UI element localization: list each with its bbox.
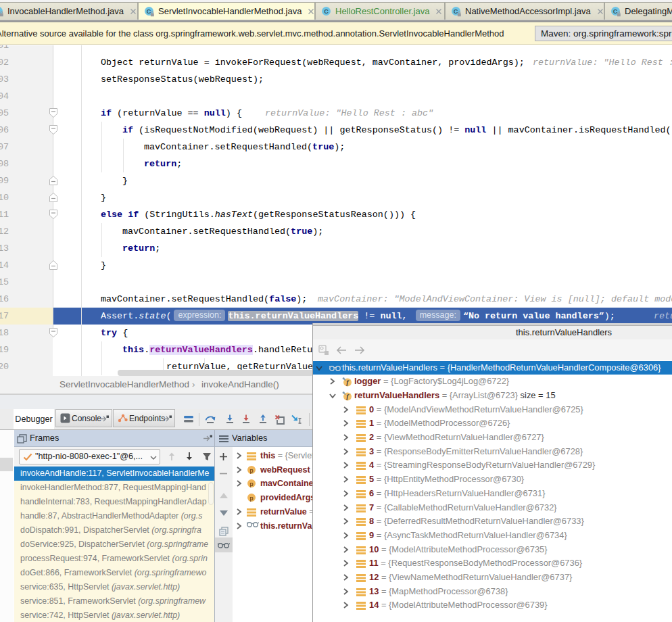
back-icon[interactable] [336, 346, 347, 354]
popup-tree-row[interactable]: 1 = {ModelMethodProcessor@6726} [313, 416, 672, 431]
variable-name: webRequest [260, 465, 310, 475]
force-step-into-icon[interactable] [241, 414, 251, 425]
close-icon[interactable] [129, 7, 137, 16]
stack-frame-row[interactable]: service:851, FrameworkServlet (org.sprin… [14, 594, 214, 608]
watch-icon [329, 365, 341, 371]
stack-frame-row[interactable]: invokeAndHandle:117, ServletInvocableHan… [14, 466, 214, 481]
chevron-right-icon[interactable] [343, 434, 349, 441]
prev-frame-icon[interactable] [167, 452, 176, 461]
stack-frame-row[interactable]: doDispatch:991, DispatcherServlet (org.s… [14, 523, 214, 537]
chevron-right-icon[interactable] [343, 448, 349, 455]
close-icon[interactable] [596, 7, 604, 16]
layout-settings-icon[interactable] [183, 414, 194, 424]
popup-tree-row[interactable]: 5 = {HttpEntityMethodProcessor@6730} [313, 473, 672, 487]
run-to-cursor-icon[interactable] [291, 414, 302, 425]
popup-tree-row[interactable]: 3 = {ResponseBodyEmitterReturnValueHandl… [313, 445, 672, 459]
frames-scrollbar[interactable] [208, 482, 214, 505]
remove-watch-icon[interactable] [219, 469, 228, 478]
chevron-right-icon[interactable] [343, 490, 349, 497]
breadcrumb-class[interactable]: ServletInvocableHandlerMethod [59, 379, 189, 389]
stack-frame-row[interactable]: doService:925, DispatcherServlet (org.sp… [14, 537, 214, 552]
stack-frame-row[interactable]: handleInternal:783, RequestMappingHandle… [14, 495, 214, 509]
debug-tab-endpoints[interactable]: Endpoints [113, 409, 175, 427]
popup-title-bar[interactable]: this.returnValueHandlers [313, 326, 672, 339]
hide-frames-filter-icon[interactable] [202, 452, 212, 461]
chevron-right-icon[interactable] [343, 602, 349, 608]
variable-value: {Servlet [285, 451, 314, 460]
popup-tree-row[interactable]: 13 = {MapMethodProcessor@6738} [313, 585, 672, 599]
popup-tree-row[interactable]: 7 = {CallableMethodReturnValueHandler@67… [313, 501, 672, 515]
chevron-right-icon[interactable] [343, 504, 349, 511]
popup-tree-row[interactable]: 14 = {ModelAttributeMethodProcessor@6739… [313, 598, 672, 613]
chevron-right-icon[interactable] [329, 378, 335, 385]
thread-selector[interactable]: "http-nio-8080-exec-1"@6,... [19, 449, 160, 464]
chevron-right-icon[interactable] [343, 588, 349, 595]
popup-tree[interactable]: this.returnValueHandlers = {HandlerMetho… [313, 360, 672, 622]
chevron-down-icon[interactable] [316, 365, 322, 371]
stack-frame-row[interactable]: service:635, HttpServlet (javax.servlet.… [14, 580, 214, 594]
chevron-right-icon[interactable] [343, 518, 349, 525]
source-selector-combo[interactable]: Maven: org.springframework:spri [535, 26, 672, 41]
step-over-icon[interactable] [205, 414, 216, 425]
svg-text:p: p [249, 481, 253, 487]
debug-tab-debugger[interactable]: Debugger [14, 409, 54, 429]
float-window-icon[interactable] [99, 415, 109, 423]
watch-value: {ModelAttributeMethodProcessor@6739} [389, 600, 548, 610]
stack-frame-row[interactable]: invokeHandlerMethod:877, RequestMappingH… [14, 481, 214, 495]
popup-tree-row[interactable]: 6 = {HttpHeadersReturnValueHandler@6731} [313, 487, 672, 501]
popup-tree-row[interactable]: 10 = {ModelAttributeMethodProcessor@6735… [313, 543, 672, 557]
equals: = [374, 516, 384, 526]
popup-tree-row[interactable]: this.returnValueHandlers = {HandlerMetho… [313, 361, 672, 375]
popup-tree-row[interactable]: freturnValueHandlers = {ArrayList@6723} … [313, 389, 672, 403]
show-watches-icon[interactable] [218, 542, 230, 548]
source-selector-value: Maven: org.springframework:spri [541, 28, 672, 39]
add-watch-icon[interactable] [219, 452, 228, 461]
popup-tree-row[interactable]: 11 = {RequestResponseBodyMethodProcessor… [313, 556, 672, 571]
popup-tree-row[interactable]: 2 = {ViewMethodReturnValueHandler@6727} [313, 431, 672, 445]
chevron-right-icon[interactable] [343, 546, 349, 553]
watch-value: {MapMethodProcessor@6738} [389, 586, 508, 596]
step-into-icon[interactable] [224, 414, 235, 425]
editor-tab-HelloRestController-java[interactable]: CHelloRestController.java [315, 2, 445, 20]
chevron-right-icon[interactable] [343, 420, 349, 427]
popup-tree-row[interactable]: 8 = {DeferredResultMethodReturnValueHand… [313, 515, 672, 529]
close-icon[interactable] [307, 7, 315, 16]
toolwindow-stripe-button[interactable] [0, 458, 13, 471]
stack-frame-row[interactable]: handle:87, AbstractHandlerMethodAdapter … [14, 509, 214, 523]
popup-tree-row[interactable]: 4 = {StreamingResponseBodyReturnValueHan… [313, 458, 672, 473]
chevron-right-icon[interactable] [343, 532, 349, 539]
horizontal-scrollbar[interactable] [118, 370, 314, 376]
move-down-icon[interactable] [220, 510, 228, 516]
chevron-right-icon[interactable] [343, 560, 349, 567]
float-window-icon[interactable] [162, 415, 172, 423]
copy-icon[interactable] [219, 527, 229, 536]
stack-frame-row[interactable]: doGet:866, FrameworkServlet (org.springf… [14, 566, 214, 580]
editor-tab-InvocableHandlerMethod-java[interactable]: CInvocableHandlerMethod.java [0, 2, 138, 20]
breadcrumb-method[interactable]: invokeAndHandle() [201, 379, 279, 389]
stack-frame-row[interactable]: processRequest:974, FrameworkServlet (or… [14, 552, 214, 566]
chevron-right-icon[interactable] [343, 406, 349, 413]
popup-tree-row[interactable]: 0 = {ModelAndViewMethodReturnValueHandle… [313, 403, 672, 417]
editor-tab-NativeMethodAccessorImpl-java[interactable]: CNativeMethodAccessorImpl.java [445, 2, 604, 20]
debug-tab-console[interactable]: Console [55, 409, 112, 427]
close-icon[interactable] [435, 7, 443, 16]
chevron-right-icon[interactable] [343, 574, 349, 581]
next-frame-icon[interactable] [185, 452, 194, 461]
watch-value: {ModelMethodProcessor@6726} [384, 418, 510, 428]
step-out-icon[interactable] [258, 414, 268, 425]
editor-tab-ServletInvocableHandlerMethod-java[interactable]: CServletInvocableHandlerMethod.java [138, 2, 315, 20]
popup-tree-row[interactable]: 12 = {ViewNameMethodReturnValueHandler@6… [313, 571, 672, 585]
forward-icon[interactable] [354, 346, 365, 354]
drop-frame-icon[interactable] [274, 414, 285, 425]
chevron-right-icon[interactable] [343, 462, 349, 469]
move-up-icon[interactable] [220, 493, 228, 498]
popup-tree-row[interactable]: flogger = {LogFactory$Log4jLog@6722} [313, 375, 672, 389]
popup-tree-row[interactable]: 9 = {AsyncTaskMethodReturnValueHandler@6… [313, 529, 672, 543]
editor-tab-DelegatingMethodAccessorImpl-java[interactable]: CDelegatingMethodAccessorImpl.java [604, 2, 672, 20]
stack-frame-row[interactable]: service:742, HttpServlet (javax.servlet.… [14, 608, 214, 622]
chevron-right-icon[interactable] [343, 476, 349, 483]
equals: = [275, 451, 285, 460]
chevron-down-icon[interactable] [329, 393, 336, 399]
code-line-115 [0, 274, 672, 291]
frames-panel[interactable]: "http-nio-8080-exec-1"@6,...invokeAndHan… [14, 447, 214, 622]
